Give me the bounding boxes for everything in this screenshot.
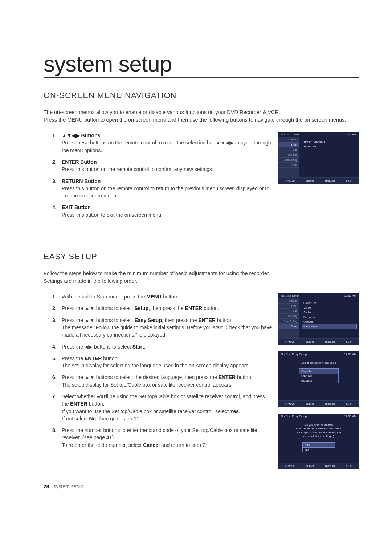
osd-screenshot-setup: No Disc Setup12:00 AM Title List Timer E… [278,293,359,345]
osd-hint-exit: eExit [346,464,352,468]
osd-sidebar-item: Disc Setting [278,158,299,163]
osd-sidebar-item: Timer [278,304,299,309]
osd-screenshot-control: No Disc Easy Setup12:00 AM Do you want t… [278,414,359,469]
list-item: 6.Press the ▲▼ buttons to select the des… [62,374,273,388]
intro-text: The on-screen menus allow you to enable … [44,109,359,124]
list-item: 4.EXIT ButtonPress this button to exit t… [62,204,273,219]
osd-option: English [299,369,338,374]
list-item: 1.With the unit in Stop mode, press the … [62,293,273,300]
osd-menu-item: Clock Set [302,301,356,305]
osd-sidebar-item: Dubbing [278,152,299,158]
easy-setup-steps: 1.With the unit in Stop mode, press the … [44,293,273,449]
osd-menu-item: Features [302,315,356,319]
osd-menu-item: Video [302,305,356,310]
osd-menu-item: Easy Setup [302,324,356,329]
osd-sidebar-item: Dubbing [278,314,299,319]
intro-text: Follow the steps below to make the minim… [44,270,359,285]
list-item: 2.Press the ▲▼ buttons to select Setup, … [62,305,273,312]
list-item: 1.▲▼◀▶ ButtonsPress these buttons on the… [62,132,273,154]
osd-hint-enter: sEnter [306,340,314,343]
list-item: 3.Press the ▲▼ buttons to select Easy Se… [62,317,273,339]
osd-option: Espanol [299,378,338,383]
osd-hint-enter: sEnter [306,464,314,468]
osd-option: Fran ais [299,374,338,378]
osd-sidebar-item: Edit [278,147,299,152]
osd-hint-move: > Move [285,402,294,406]
osd-hint-exit: eExit [346,179,352,182]
list-item: 8.Press the number buttons to enter the … [62,427,273,449]
osd-menu-item: Timer - Standard [302,139,356,144]
page-title: system setup [44,51,359,78]
section-heading-navigation: ON-SCREEN MENU NAVIGATION [44,91,359,102]
osd-sidebar-item: Title List [278,137,299,142]
osd-screenshot-timer: No Disc Timer12:00 AM Title List Timer E… [278,132,359,184]
osd-screenshot-language: No Disc Easy Setup12:00 AM Select the sc… [278,351,359,407]
list-item: 2.ENTER ButtonPress this button on the r… [62,158,273,173]
osd-sidebar-item: Setup [278,163,299,168]
osd-hint-return: rReturn [325,179,335,182]
osd-option: Yes [303,443,335,447]
osd-sidebar-item: Disc Setting [278,319,299,324]
list-item: 4.Press the ◀▶ buttons to select Start. [62,343,273,350]
osd-sidebar-item: Timer [278,142,299,147]
osd-hint-move: > Move [285,340,294,343]
section-heading-easy-setup: EASY SETUP [44,252,359,263]
list-item: 7.Select whether you'll be using the Set… [62,393,273,422]
list-item: 5.Press the ENTER button.The setup displ… [62,355,273,370]
osd-menu-item: Options [302,319,356,324]
navigation-button-list: 1.▲▼◀▶ ButtonsPress these buttons on the… [44,132,273,219]
osd-menu-item: Audio [302,310,356,315]
osd-hint-return: rReturn [325,464,335,468]
osd-sidebar-item: Setup [278,324,299,329]
page-number: 28_ [44,484,52,489]
list-item: 3.RETURN ButtonPress this button on the … [62,178,273,200]
osd-hint-move: > Move [285,179,294,182]
osd-option: No [303,447,335,452]
osd-hint-return: rReturn [325,340,335,343]
osd-hint-enter: sEnter [306,402,314,406]
osd-prompt: Do you want to control your set top box … [296,423,342,439]
osd-menu-item: Timer List [302,144,356,149]
osd-hint-return: rReturn [325,402,335,406]
osd-hint-enter: sEnter [306,179,314,182]
page-footer: 28_ system setup [44,484,359,489]
osd-hint-exit: eExit [346,402,352,406]
footer-label: system setup [52,484,83,489]
osd-hint-move: > Move [285,464,294,468]
osd-sidebar-item: Edit [278,309,299,314]
osd-prompt: Select the screen language. [301,361,336,365]
osd-sidebar-item: Title List [278,298,299,304]
osd-hint-exit: eExit [346,340,352,343]
